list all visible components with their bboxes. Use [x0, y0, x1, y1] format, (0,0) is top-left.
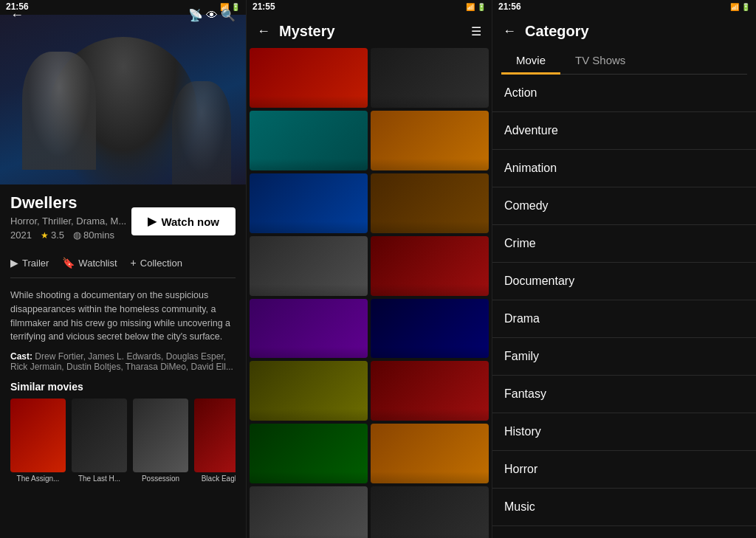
- movie-description: While shooting a documentary on the susp…: [10, 289, 236, 344]
- movie-poster: AMERICAN HORROR: [371, 486, 489, 538]
- clock-icon: ◍: [73, 230, 81, 241]
- trailer-button[interactable]: ▶ Trailer: [10, 257, 49, 269]
- list-item[interactable]: CRIMINAL MINDS Criminal M... 2005: [371, 236, 489, 296]
- movie-poster: SQUID GAME: [250, 424, 368, 483]
- category-header: ← Category: [492, 15, 756, 48]
- back-icon-2[interactable]: ←: [255, 22, 272, 41]
- star-icon: ★: [41, 230, 49, 241]
- movie-year: 2021: [10, 230, 32, 241]
- movie-hero: [0, 15, 246, 184]
- action-buttons: ▶ Trailer 🔖 Watchlist + Collection: [10, 257, 236, 278]
- watch-now-button[interactable]: ▶ Watch now: [131, 207, 236, 235]
- movie-title: Dwellers: [10, 193, 126, 213]
- category-item-history[interactable]: History: [492, 413, 756, 451]
- movie-poster: THE BLACKLIST: [371, 361, 489, 421]
- movie-poster: MANIFEST: [371, 111, 489, 170]
- list-item[interactable]: The Assign...: [10, 399, 66, 483]
- similar-label: The Last H...: [72, 475, 127, 483]
- movie-poster: THE MENTALIST: [250, 236, 368, 296]
- list-item[interactable]: ALCHEMY Alchemy o...: [371, 424, 489, 483]
- category-item-drama[interactable]: Drama: [492, 300, 756, 338]
- list-item[interactable]: GIRL FROM N. Girl from N...: [250, 486, 368, 538]
- movie-poster: MONEY HEIST: [371, 299, 489, 359]
- list-item[interactable]: Black Eagl...: [194, 399, 236, 483]
- time-2: 21:55: [252, 1, 275, 12]
- movie-cast: Cast: Drew Fortier, James L. Edwards, Do…: [10, 351, 236, 372]
- category-item-documentary[interactable]: Documentary: [492, 263, 756, 300]
- play-square-icon: ▶: [10, 257, 18, 269]
- status-bar-2: 21:55 📶 🔋: [247, 0, 492, 15]
- movie-poster: PRETTY LITTLE: [250, 299, 368, 359]
- hero-image: [0, 15, 246, 184]
- movie-duration: ◍ 80mins: [73, 230, 114, 241]
- eye-icon[interactable]: 👁: [205, 7, 219, 24]
- category-panel: 21:56 📶 🔋 ← Category Movie TV Shows Acti…: [492, 0, 756, 538]
- list-item[interactable]: MONEY HEIST Money Hei... 2022: [371, 299, 489, 359]
- category-item-horror[interactable]: Horror: [492, 451, 756, 489]
- list-item[interactable]: THE MENTALIST The Menta... 2008: [250, 236, 368, 296]
- category-item-action[interactable]: Action: [492, 75, 756, 112]
- status-bar-3: 21:56 📶 🔋: [492, 0, 756, 15]
- similar-label: Black Eagl...: [194, 475, 236, 483]
- time-3: 21:56: [498, 1, 521, 12]
- tab-tvshows[interactable]: TV Shows: [560, 48, 640, 75]
- list-item[interactable]: LAW & ORDER Law & Ord... 1999: [250, 111, 368, 170]
- mystery-title: Mystery: [279, 23, 462, 40]
- play-icon: ▶: [148, 215, 157, 228]
- category-item-fantasy[interactable]: Fantasy: [492, 376, 756, 413]
- movie-genres: Horror, Thriller, Drama, M...: [10, 215, 126, 227]
- category-item-adventure[interactable]: Adventure: [492, 112, 756, 150]
- movie-poster: HOUSE: [250, 361, 368, 421]
- mystery-browse-panel: 21:55 📶 🔋 ← Mystery ☰ STRANGER THINGS St…: [246, 0, 492, 538]
- similar-movies-title: Similar movies: [10, 381, 236, 393]
- tab-movie[interactable]: Movie: [501, 48, 560, 75]
- movie-poster: MOON KNIGHT: [371, 48, 489, 108]
- list-item[interactable]: SUPERNATURAL Supernatu... 2005: [250, 173, 368, 233]
- cast-icon[interactable]: 📡: [187, 7, 205, 24]
- list-item[interactable]: AMERICAN HORROR American ...: [371, 486, 489, 538]
- category-item-family[interactable]: Family: [492, 338, 756, 376]
- movie-rating: ★ 3.5: [41, 230, 64, 241]
- list-item[interactable]: MOON KNIGHT Moon Knig... 2022: [371, 48, 489, 108]
- list-item[interactable]: STRANGER THINGS Stranger T... 2016: [250, 48, 368, 108]
- movie-poster: SUPERNATURAL: [250, 173, 368, 233]
- category-item-music[interactable]: Music: [492, 489, 756, 526]
- movie-poster: STRANGER THINGS: [250, 48, 368, 108]
- list-item[interactable]: MANIFEST Manifest 2018: [371, 111, 489, 170]
- list-item[interactable]: THE BLACKLIST The Blackl... 2013: [371, 361, 489, 421]
- movie-poster: CRIMINAL MINDS: [371, 236, 489, 296]
- list-item[interactable]: HOUSE House 2004: [250, 361, 368, 421]
- category-item-crime[interactable]: Crime: [492, 225, 756, 263]
- status-icons-2: 📶 🔋: [466, 3, 486, 11]
- list-item[interactable]: SQUID GAME Squid Game: [250, 424, 368, 483]
- movie-meta: 2021 ★ 3.5 ◍ 80mins: [10, 230, 126, 241]
- collection-button[interactable]: + Collection: [131, 257, 182, 269]
- category-list: Action Adventure Animation Comedy Crime …: [492, 75, 756, 538]
- similar-poster: [194, 399, 236, 472]
- movie-poster: LAW & ORDER: [250, 111, 368, 170]
- movie-poster: ALCHEMY: [371, 424, 489, 483]
- list-item[interactable]: PRETTY LITTLE Pretty Litt... 2022: [250, 299, 368, 359]
- category-item-animation[interactable]: Animation: [492, 150, 756, 187]
- list-item[interactable]: Possession: [133, 399, 188, 483]
- similar-poster: [10, 399, 66, 472]
- similar-movies-list: The Assign... The Last H... Possession B…: [10, 399, 236, 483]
- search-icon[interactable]: 🔍: [219, 7, 237, 24]
- back-icon[interactable]: ←: [9, 6, 25, 24]
- detail-header: ← 📡 👁 🔍: [0, 0, 246, 30]
- meta-watch-row: Dwellers Horror, Thriller, Drama, M... 2…: [10, 193, 236, 249]
- filter-icon[interactable]: ☰: [470, 23, 483, 40]
- mystery-header: ← Mystery ☰: [247, 15, 492, 48]
- watchlist-button[interactable]: 🔖 Watchlist: [62, 257, 117, 269]
- movie-poster: UNDER THE BANNER: [371, 173, 489, 233]
- movie-poster: GIRL FROM N.: [250, 486, 368, 538]
- category-item-comedy[interactable]: Comedy: [492, 187, 756, 225]
- list-item[interactable]: UNDER THE BANNER Under the ... 2022: [371, 173, 489, 233]
- back-icon-3[interactable]: ←: [501, 22, 518, 41]
- similar-poster: [72, 399, 127, 472]
- list-item[interactable]: The Last H...: [72, 399, 127, 483]
- mystery-grid: STRANGER THINGS Stranger T... 2016 MOON …: [247, 48, 492, 538]
- plus-icon: +: [131, 257, 137, 269]
- category-title: Category: [525, 23, 589, 40]
- movie-info: Dwellers Horror, Thriller, Drama, M... 2…: [0, 184, 246, 492]
